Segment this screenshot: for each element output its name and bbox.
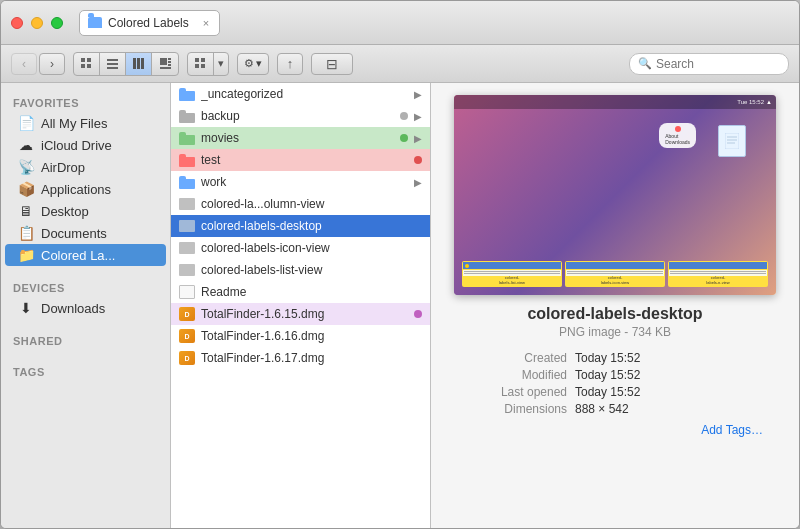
detail-row-last-opened: Last opened Today 15:52: [467, 385, 763, 399]
path-icon: ⊟: [326, 56, 338, 72]
mini-time: Tue 15:52: [737, 99, 764, 105]
maximize-button[interactable]: [51, 17, 63, 29]
svg-rect-2: [81, 64, 85, 68]
svg-rect-19: [725, 133, 739, 149]
arrange-button[interactable]: [188, 53, 214, 75]
view-list-button[interactable]: [100, 53, 126, 75]
sidebar-item-label: All My Files: [41, 116, 107, 131]
file-item-dmg-1616[interactable]: D TotalFinder-1.6.16.dmg: [171, 325, 430, 347]
preview-file-type: PNG image - 734 KB: [559, 325, 671, 339]
path-button[interactable]: ⊟: [311, 53, 353, 75]
svg-rect-8: [137, 58, 140, 69]
content-area: Favorites 📄 All My Files ☁ iCloud Drive …: [1, 83, 799, 528]
folder-icon: [179, 132, 195, 145]
svg-rect-1: [87, 58, 91, 62]
file-label: colored-la...olumn-view: [201, 197, 422, 211]
search-input[interactable]: [656, 57, 800, 71]
sidebar-item-airdrop[interactable]: 📡 AirDrop: [5, 156, 166, 178]
mini-bottom-items: colored-labels-list-view colored-labels-…: [462, 261, 768, 287]
tab-area: Colored Labels ×: [79, 10, 220, 36]
sidebar-item-label: iCloud Drive: [41, 138, 112, 153]
svg-rect-6: [107, 67, 118, 69]
applications-icon: 📦: [17, 181, 35, 197]
file-label: colored-labels-list-view: [201, 263, 422, 277]
share-button[interactable]: ↑: [277, 53, 303, 75]
file-item-colored-desktop[interactable]: colored-labels-desktop: [171, 215, 430, 237]
detail-value: Today 15:52: [575, 368, 763, 382]
action-button[interactable]: ⚙ ▾: [237, 53, 269, 75]
tab-folder-icon: [88, 17, 102, 28]
file-label: TotalFinder-1.6.15.dmg: [201, 307, 408, 321]
add-tags-link[interactable]: Add Tags…: [701, 423, 763, 437]
file-label: _uncategorized: [201, 87, 408, 101]
sidebar-item-all-my-files[interactable]: 📄 All My Files: [5, 112, 166, 134]
mini-thumb-1: colored-labels-list-view: [462, 261, 562, 287]
detail-label: Created: [467, 351, 567, 365]
dmg-icon: D: [179, 329, 195, 343]
detail-label: Dimensions: [467, 402, 567, 416]
active-tab[interactable]: Colored Labels ×: [79, 10, 220, 36]
folder-icon: [179, 154, 195, 167]
minimize-button[interactable]: [31, 17, 43, 29]
forward-button[interactable]: ›: [39, 53, 65, 75]
preview-panel: Tue 15:52 ▲ AboutDownloads: [431, 83, 799, 528]
file-item-colored-list[interactable]: colored-labels-list-view: [171, 259, 430, 281]
close-button[interactable]: [11, 17, 23, 29]
view-buttons: [73, 52, 179, 76]
file-item-backup[interactable]: backup ▶: [171, 105, 430, 127]
sidebar-item-colored-labels[interactable]: 📁 Colored La...: [5, 244, 166, 266]
text-file-icon: [179, 285, 195, 299]
view-column-button[interactable]: [126, 53, 152, 75]
detail-label: [467, 419, 567, 437]
airdrop-icon: 📡: [17, 159, 35, 175]
back-button[interactable]: ‹: [11, 53, 37, 75]
arrange-dropdown-arrow[interactable]: ▾: [214, 53, 228, 75]
sidebar-item-desktop[interactable]: 🖥 Desktop: [5, 200, 166, 222]
sidebar-item-documents[interactable]: 📋 Documents: [5, 222, 166, 244]
sidebar-item-downloads[interactable]: ⬇ Downloads: [5, 297, 166, 319]
mini-thumb-2: colored-labels-icon-view: [565, 261, 665, 287]
small-folder-icon: [179, 198, 195, 210]
view-icon-button[interactable]: [74, 53, 100, 75]
shared-header: Shared: [1, 327, 170, 350]
file-item-test[interactable]: test: [171, 149, 430, 171]
svg-rect-15: [195, 58, 199, 62]
mini-label-1: colored-labels-list-view: [463, 276, 561, 286]
sidebar-item-label: Documents: [41, 226, 107, 241]
dmg-icon: D: [179, 351, 195, 365]
tab-close-button[interactable]: ×: [203, 17, 209, 29]
detail-value: Today 15:52: [575, 351, 763, 365]
file-label: movies: [201, 131, 394, 145]
file-item-colored-icon[interactable]: colored-labels-icon-view: [171, 237, 430, 259]
small-folder-icon: [179, 242, 195, 254]
tab-title: Colored Labels: [108, 16, 189, 30]
file-item-uncategorized[interactable]: _uncategorized ▶: [171, 83, 430, 105]
colored-labels-icon: 📁: [17, 247, 35, 263]
search-bar[interactable]: 🔍: [629, 53, 789, 75]
sidebar-item-applications[interactable]: 📦 Applications: [5, 178, 166, 200]
file-label: colored-labels-icon-view: [201, 241, 422, 255]
file-item-movies[interactable]: movies ▶: [171, 127, 430, 149]
icloud-icon: ☁: [17, 137, 35, 153]
share-icon: ↑: [287, 56, 294, 71]
file-item-readme[interactable]: Readme: [171, 281, 430, 303]
view-cover-button[interactable]: [152, 53, 178, 75]
mini-dot: [675, 126, 681, 132]
mini-about-label: AboutDownloads: [665, 133, 690, 145]
file-browser: _uncategorized ▶ backup ▶ movies ▶: [171, 83, 431, 528]
file-item-dmg-1617[interactable]: D TotalFinder-1.6.17.dmg: [171, 347, 430, 369]
all-my-files-icon: 📄: [17, 115, 35, 131]
svg-rect-16: [201, 58, 205, 62]
file-label: TotalFinder-1.6.17.dmg: [201, 351, 422, 365]
svg-rect-18: [201, 64, 205, 68]
file-item-colored-column[interactable]: colored-la...olumn-view: [171, 193, 430, 215]
folder-icon: [179, 176, 195, 189]
sidebar-item-icloud[interactable]: ☁ iCloud Drive: [5, 134, 166, 156]
sidebar: Favorites 📄 All My Files ☁ iCloud Drive …: [1, 83, 171, 528]
preview-file-title: colored-labels-desktop: [527, 305, 702, 323]
svg-rect-5: [107, 63, 118, 65]
svg-rect-4: [107, 59, 118, 61]
file-item-work[interactable]: work ▶: [171, 171, 430, 193]
file-item-dmg-1615[interactable]: D TotalFinder-1.6.15.dmg: [171, 303, 430, 325]
file-label: work: [201, 175, 408, 189]
